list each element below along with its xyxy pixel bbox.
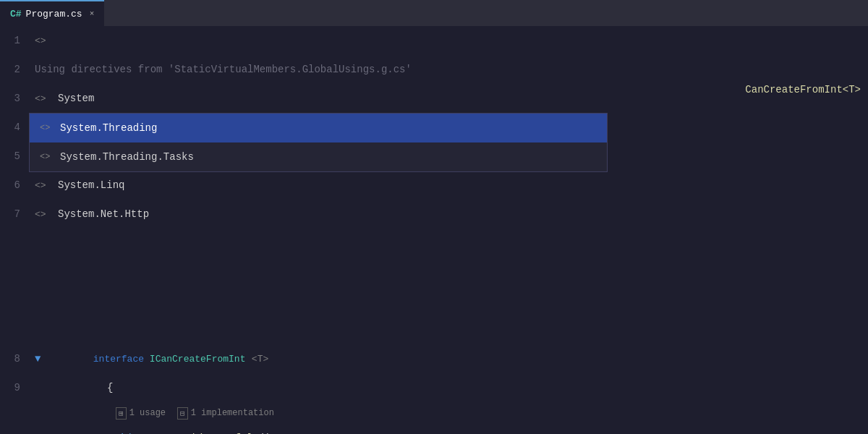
csharp-icon: C#: [10, 9, 22, 20]
tasks-label: System.Threading.Tasks: [60, 151, 194, 163]
impl-badge[interactable]: ⊟ 1 implementation: [177, 407, 274, 420]
code-line-2: 2 Using directives from 'StaticVirtualMe…: [0, 55, 868, 84]
line-num-5: 5: [0, 150, 29, 162]
line-content-8: ▼ interface ICanCreateFromInt <T>: [29, 353, 868, 365]
impl-icon: ⊟: [177, 407, 188, 420]
bracket-icon-1: <>: [35, 35, 46, 46]
usage-icon: ⊞: [116, 407, 127, 420]
code-line-8: 8 ▼ interface ICanCreateFromInt <T>: [0, 344, 868, 373]
code-line-6: 6 <> System.Linq: [0, 171, 868, 200]
code-lines-below: 8 ▼ interface ICanCreateFromInt <T> 9 { …: [0, 344, 868, 434]
tab-bar: C# Program.cs ×: [0, 0, 868, 26]
dropdown-item-threading-tasks[interactable]: <> System.Threading.Tasks: [30, 142, 607, 171]
line-num-6: 6: [0, 179, 29, 191]
tab-close-button[interactable]: ×: [90, 9, 95, 18]
bracket-icon-tasks: <>: [40, 152, 53, 162]
dropdown-item-threading[interactable]: <> System.Threading: [30, 114, 607, 142]
right-hint: CanCreateFromInt<T>: [745, 84, 868, 95]
code-line-7: 7 <> System.Net.Http: [0, 200, 868, 229]
line-num-2: 2: [0, 64, 29, 75]
line-num-3: 3: [0, 93, 29, 104]
classname-text: ICanCreateFromInt: [150, 354, 246, 365]
comment-text-2: Using directives from 'StaticVirtualMemb…: [35, 64, 412, 75]
impl-count: 1 implementation: [191, 408, 274, 418]
open-brace: {: [107, 382, 113, 393]
line-content-3: <> System: [29, 93, 868, 104]
interface-text: interface: [93, 354, 150, 365]
line-content-7: <> System.Net.Http: [29, 208, 868, 220]
code-line-10: 10 void DoSomethingUseful ();: [0, 424, 868, 434]
usage-badge[interactable]: ⊞ 1 usage: [116, 407, 166, 420]
bracket-icon-3: <>: [35, 93, 46, 104]
threading-label: System.Threading: [60, 122, 157, 134]
autocomplete-dropdown: <> System.Threading <> System.Threading.…: [29, 113, 608, 172]
chevron-down-icon: ▼: [35, 353, 41, 365]
usage-line: ⊞ 1 usage ⊟ 1 implementation: [0, 402, 868, 424]
line-num-8: 8: [0, 353, 29, 365]
usage-count: 1 usage: [129, 408, 166, 418]
tab-label: Program.cs: [26, 9, 82, 20]
tab-program-cs[interactable]: C# Program.cs ×: [0, 0, 104, 26]
line-content-2: Using directives from 'StaticVirtualMemb…: [29, 64, 868, 75]
line-num-1: 1: [0, 35, 29, 46]
line-num-4: 4: [0, 122, 29, 133]
editor-area: CanCreateFromInt<T> 1 <> 2 Using directi…: [0, 26, 868, 434]
namespace-text-3: System: [58, 93, 94, 104]
line-content-6: <> System.Linq: [29, 179, 868, 191]
bracket-icon-threading: <>: [40, 123, 53, 133]
namespace-text-7: System.Net.Http: [58, 208, 149, 220]
code-line-3: 3 <> System: [0, 84, 868, 113]
line-num-9: 9: [0, 382, 29, 393]
namespace-text-6: System.Linq: [58, 179, 124, 191]
bracket-icon-6: <>: [35, 180, 46, 191]
line-num-7: 7: [0, 208, 29, 220]
line-content-9: {: [29, 382, 868, 393]
code-line-9: 9 {: [0, 373, 868, 402]
code-line-1: 1 <>: [0, 26, 868, 55]
bracket-icon-7: <>: [35, 209, 46, 220]
line-content-1: <>: [29, 35, 868, 46]
